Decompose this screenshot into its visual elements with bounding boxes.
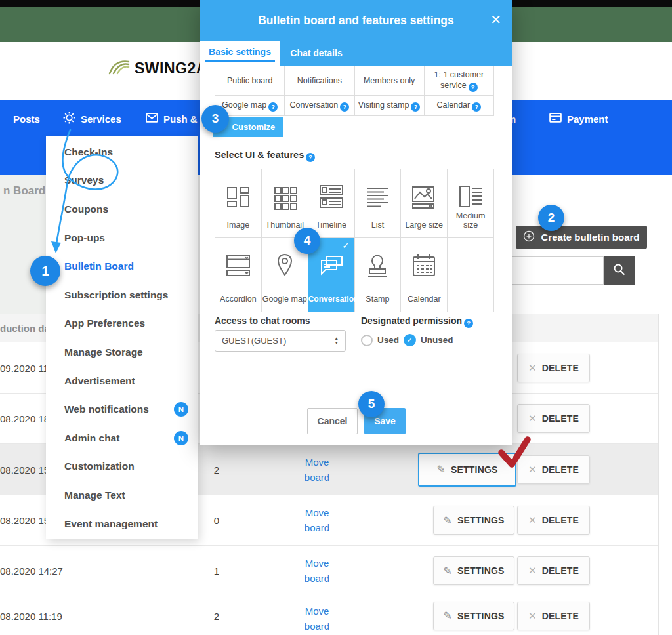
step-badge-4: 4 xyxy=(294,228,320,254)
brand-logo[interactable]: SWING2A xyxy=(107,58,207,79)
board-type-notifications[interactable]: Notifications xyxy=(285,66,354,96)
magnifier-icon xyxy=(613,263,626,279)
board-type-members-only[interactable]: Members only xyxy=(355,66,425,96)
help-icon[interactable]: ? xyxy=(306,153,315,162)
stamp-icon xyxy=(363,251,392,280)
ui-feature-accordion[interactable]: Accordion xyxy=(215,238,262,312)
menu-item-manage-text[interactable]: Manage Text xyxy=(46,481,198,510)
x-icon: ✕ xyxy=(528,565,537,577)
delete-button[interactable]: ✕ DELETE xyxy=(517,602,590,630)
move-board-link[interactable]: Move board xyxy=(292,505,342,535)
help-icon[interactable]: ? xyxy=(469,83,478,92)
nav-item-push-message[interactable]: Push & M xyxy=(146,100,208,138)
help-icon[interactable]: ? xyxy=(464,319,473,328)
board-type-visiting-stamp[interactable]: Visiting stamp? xyxy=(355,96,425,116)
help-icon[interactable]: ? xyxy=(268,102,278,112)
radio-unused-selected[interactable]: ✓ xyxy=(404,334,416,346)
pencil-icon: ✎ xyxy=(443,609,452,622)
count-cell: 1 xyxy=(190,565,243,577)
menu-item-event-management[interactable]: Event management xyxy=(46,510,198,539)
menu-item-customization[interactable]: Customization xyxy=(46,453,198,481)
settings-button[interactable]: ✎ SETTINGS xyxy=(433,556,514,585)
access-chat-rooms-select[interactable]: GUEST(GUEST) ▲▼ xyxy=(215,330,346,352)
large-image-icon xyxy=(410,182,438,211)
ui-feature-calendar[interactable]: Calendar xyxy=(401,238,448,312)
help-icon[interactable]: ? xyxy=(340,102,349,112)
designated-permission-radios: Used ✓ Unused xyxy=(361,334,453,346)
delete-button[interactable]: ✕ DELETE xyxy=(517,354,590,382)
board-search-button[interactable] xyxy=(604,256,635,285)
count-cell: 2 xyxy=(190,464,243,475)
step-arrow xyxy=(39,125,151,268)
move-board-link[interactable]: Move board xyxy=(292,556,342,586)
board-type-calendar[interactable]: Calendar? xyxy=(425,96,494,116)
board-type-conversation[interactable]: Conversation? xyxy=(285,96,354,116)
menu-item-manage-storage[interactable]: Manage Storage xyxy=(46,338,198,367)
help-icon[interactable]: ? xyxy=(472,102,481,112)
date-cell: 09.2020 11 xyxy=(0,362,49,373)
move-board-link[interactable]: Move board xyxy=(292,455,342,485)
close-icon[interactable]: ✕ xyxy=(490,12,501,28)
tab-chat-details[interactable]: Chat details xyxy=(280,41,353,66)
delete-button[interactable]: ✕ DELETE xyxy=(517,506,590,535)
modal-body: Public board Notifications Members only … xyxy=(200,66,512,445)
ui-feature-image[interactable]: Image xyxy=(215,169,262,238)
delete-button[interactable]: ✕ DELETE xyxy=(517,404,590,433)
ui-feature-list[interactable]: List xyxy=(355,169,402,238)
menu-item-admin-chat[interactable]: Admin chat N xyxy=(46,424,198,453)
help-icon[interactable]: ? xyxy=(411,102,420,112)
x-icon: ✕ xyxy=(528,413,537,424)
pencil-icon: ✎ xyxy=(436,463,446,476)
menu-item-advertisement[interactable]: Advertisement xyxy=(46,367,198,396)
modal-title: Bulletin board and features settings xyxy=(258,14,454,28)
ui-feature-thumbnail[interactable]: Thumbnail xyxy=(262,169,308,238)
new-badge: N xyxy=(174,431,188,445)
list-icon xyxy=(363,182,392,211)
ui-feature-medium-size[interactable]: Medium size xyxy=(448,169,494,238)
logo-quill-icon xyxy=(107,58,131,79)
column-header-partial: duction da xyxy=(0,323,50,334)
ui-feature-large-size[interactable]: Large size xyxy=(401,169,448,238)
move-board-link[interactable]: Move board xyxy=(292,604,342,634)
ui-feature-timeline[interactable]: Timeline xyxy=(308,169,355,238)
board-type-public[interactable]: Public board xyxy=(215,66,285,96)
count-cell: 0 xyxy=(190,515,243,526)
brand-text: SWING2A xyxy=(135,60,207,77)
menu-item-app-preferences[interactable]: App Preferences xyxy=(46,310,198,338)
thumbnail-grid-icon xyxy=(270,182,299,211)
menu-item-subscription-settings[interactable]: Subscription settings xyxy=(46,281,198,310)
step-badge-5: 5 xyxy=(358,391,385,417)
delete-button[interactable]: ✕ DELETE xyxy=(517,556,590,585)
select-value: GUEST(GUEST) xyxy=(222,336,286,346)
radio-used-unselected[interactable] xyxy=(361,335,373,346)
nav-item-payment[interactable]: Payment xyxy=(549,100,608,138)
date-cell: 08.2020 11:19 xyxy=(0,610,62,621)
ui-feature-stamp[interactable]: Stamp xyxy=(355,238,402,312)
menu-item-web-notifications[interactable]: Web notifications N xyxy=(46,395,198,424)
nav-label: Payment xyxy=(567,113,608,125)
tab-basic-settings[interactable]: Basic settings xyxy=(200,41,280,66)
designated-permission-label: Designated permission? xyxy=(361,316,473,328)
create-bulletin-board-button[interactable]: Create bulletin board xyxy=(516,226,647,249)
create-button-label: Create bulletin board xyxy=(541,232,639,243)
date-cell: 08.2020 15 xyxy=(0,464,49,475)
bulletin-settings-modal: Bulletin board and features settings ✕ B… xyxy=(200,0,512,445)
chat-bubbles-icon xyxy=(317,251,346,280)
card-icon xyxy=(549,113,562,125)
settings-button[interactable]: ✎ SETTINGS xyxy=(433,602,514,630)
settings-button[interactable]: ✎ SETTINGS xyxy=(433,506,514,535)
calendar-icon xyxy=(410,251,438,280)
access-chat-rooms-label: Access to chat rooms xyxy=(215,316,310,326)
x-icon: ✕ xyxy=(528,362,537,374)
pencil-icon: ✎ xyxy=(443,514,452,527)
cancel-button[interactable]: Cancel xyxy=(307,408,358,434)
ui-feature-empty xyxy=(448,238,494,312)
selected-check-icon: ✓ xyxy=(343,241,350,251)
select-stepper-icon: ▲▼ xyxy=(335,337,339,345)
x-icon: ✕ xyxy=(528,610,537,622)
date-cell: 08.2020 18 xyxy=(0,413,49,424)
board-type-customer-service[interactable]: 1: 1 customer service? xyxy=(425,66,494,96)
date-cell: 08.2020 14:27 xyxy=(0,565,63,577)
nav-item-posts[interactable]: Posts xyxy=(13,100,40,138)
envelope-icon xyxy=(146,113,158,125)
